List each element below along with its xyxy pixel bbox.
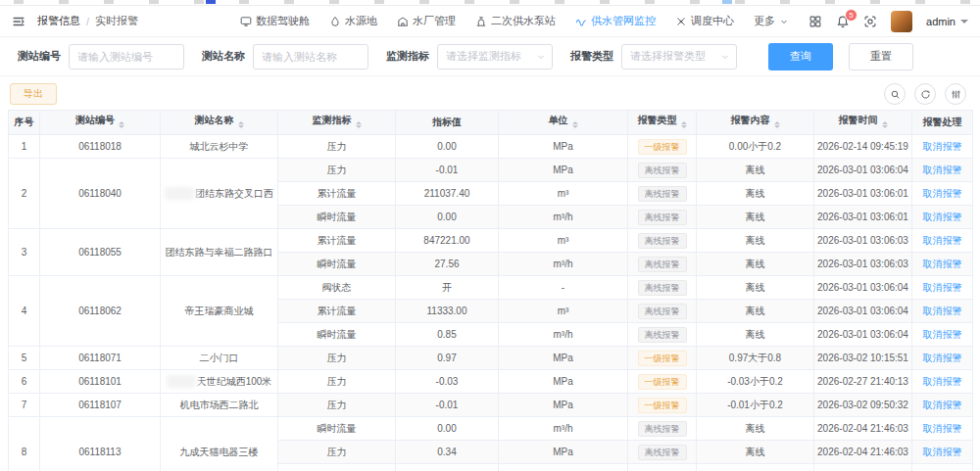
nav-item-water-plant[interactable]: 水厂管理 bbox=[397, 14, 456, 28]
station-name-text: 机电市场西二路北 bbox=[180, 400, 259, 410]
column-header[interactable]: 报警内容 bbox=[697, 111, 814, 135]
column-header-label: 报警类型 bbox=[638, 115, 677, 125]
table-toolbar: 导出 bbox=[10, 83, 970, 105]
sort-asc-caret bbox=[119, 118, 124, 124]
cancel-alarm-link[interactable]: 取消报警 bbox=[923, 212, 962, 222]
sort-carets-icon[interactable] bbox=[681, 118, 687, 131]
dashboard-icon bbox=[240, 16, 252, 27]
export-button[interactable]: 导出 bbox=[10, 83, 57, 105]
user-avatar[interactable] bbox=[891, 11, 912, 32]
cancel-alarm-link[interactable]: 取消报警 bbox=[923, 259, 962, 269]
alarm-content-cell: 离线 bbox=[697, 276, 814, 300]
cancel-alarm-link[interactable]: 取消报警 bbox=[923, 235, 962, 246]
cancel-alarm-link[interactable]: 取消报警 bbox=[923, 282, 962, 293]
nav-item-dispatch-center[interactable]: 调度中心 bbox=[675, 14, 734, 28]
cancel-alarm-link[interactable]: 取消报警 bbox=[923, 447, 962, 457]
cancel-alarm-link[interactable]: 取消报警 bbox=[923, 188, 962, 199]
column-header[interactable]: 报警类型 bbox=[628, 111, 697, 135]
filter-metric: 监测指标 请选择监测指标 bbox=[386, 44, 553, 70]
nav-item-pipe-network-monitor[interactable]: 供水管网监控 bbox=[575, 14, 656, 28]
metric-label: 监测指标 bbox=[386, 49, 429, 64]
browser-bookmarks-strip bbox=[0, 0, 980, 6]
metric-cell: 压力 bbox=[278, 347, 396, 370]
unit-cell: MPa bbox=[499, 347, 628, 370]
column-header[interactable]: 单位 bbox=[499, 111, 628, 135]
alarm-action-cell: 取消报警 bbox=[912, 182, 973, 206]
alarm-time-cell: 2026-03-01 03:06:04 bbox=[814, 300, 912, 323]
alarm-type-cell: 一级报警 bbox=[628, 347, 697, 370]
row-index-cell: 2 bbox=[9, 159, 40, 229]
station-code-input[interactable] bbox=[69, 44, 184, 70]
cancel-alarm-link[interactable]: 取消报警 bbox=[923, 400, 962, 410]
chevron-down-icon bbox=[536, 52, 546, 62]
sidebar-collapse-icon[interactable] bbox=[12, 15, 25, 28]
sort-asc-caret bbox=[681, 118, 687, 124]
alarm-time-cell: 2026-03-02 09:50:32 bbox=[814, 394, 912, 417]
cancel-alarm-link[interactable]: 取消报警 bbox=[923, 423, 962, 434]
cancel-alarm-link[interactable]: 取消报警 bbox=[923, 306, 962, 316]
column-header[interactable]: 测站名称 bbox=[161, 111, 278, 135]
sort-carets-icon[interactable] bbox=[356, 118, 362, 131]
alarm-type-badge: 一级报警 bbox=[638, 139, 687, 155]
cancel-alarm-link[interactable]: 取消报警 bbox=[923, 165, 962, 175]
sort-desc-caret bbox=[774, 125, 780, 131]
column-header[interactable]: 报警时间 bbox=[814, 111, 912, 135]
value-cell: 0.97 bbox=[396, 347, 499, 370]
alarm-type-cell: 离线报警 bbox=[628, 182, 697, 206]
nav-item-label: 更多 bbox=[754, 14, 775, 28]
metric-select[interactable]: 请选择监测指标 bbox=[437, 44, 553, 70]
alarm-content-cell: 离线 bbox=[697, 206, 814, 229]
alarm-content-cell bbox=[697, 464, 814, 471]
column-header[interactable]: 测站编号 bbox=[40, 111, 161, 135]
pump-station-icon bbox=[475, 16, 487, 27]
sort-carets-icon[interactable] bbox=[119, 118, 124, 131]
station-name-input[interactable] bbox=[253, 44, 368, 70]
notifications-bell-icon[interactable]: 5 bbox=[836, 15, 850, 28]
station-name-text: 九成天猫电器三楼 bbox=[180, 447, 259, 457]
alarm-time-cell: 2026-02-14 09:45:19 bbox=[814, 135, 912, 159]
table-column-settings-button[interactable] bbox=[945, 83, 966, 105]
sort-carets-icon[interactable] bbox=[238, 118, 244, 131]
table-tool-icons bbox=[884, 83, 966, 105]
cancel-alarm-link[interactable]: 取消报警 bbox=[923, 353, 962, 363]
alarm-type-cell: 离线报警 bbox=[628, 417, 697, 441]
alarm-type-select[interactable]: 请选择报警类型 bbox=[621, 44, 737, 70]
breadcrumb-item[interactable]: 报警信息 bbox=[37, 14, 80, 28]
nav-item-more[interactable]: 更多 bbox=[754, 14, 789, 28]
value-cell bbox=[396, 464, 499, 471]
apps-grid-icon[interactable] bbox=[808, 15, 822, 28]
search-button[interactable]: 查询 bbox=[768, 43, 833, 71]
cancel-alarm-link[interactable]: 取消报警 bbox=[923, 141, 962, 152]
row-index-cell: 4 bbox=[9, 276, 40, 347]
nav-item-water-source[interactable]: 水源地 bbox=[329, 14, 377, 28]
fullscreen-scan-icon[interactable] bbox=[863, 15, 877, 28]
station-name-cell: 二小门口 bbox=[161, 347, 278, 370]
nav-item-label: 数据驾驶舱 bbox=[256, 14, 310, 28]
alarm-time-cell: 2026-03-01 03:06:04 bbox=[814, 159, 912, 182]
top-menu: 数据驾驶舱 水源地 水厂管理 二次供水泵站 供水管网监控 调度中心 bbox=[240, 14, 789, 28]
nav-item-data-cockpit[interactable]: 数据驾驶舱 bbox=[240, 14, 310, 28]
table-refresh-button[interactable] bbox=[914, 83, 936, 105]
user-menu[interactable]: admin bbox=[926, 16, 968, 27]
nav-item-label: 水源地 bbox=[345, 14, 377, 28]
unit-cell: m³/h bbox=[499, 417, 628, 441]
table-search-button[interactable] bbox=[884, 83, 906, 105]
alarm-action-cell: 取消报警 bbox=[912, 323, 973, 347]
station-name-text: 团结东路与幸福二路路口 bbox=[166, 247, 273, 258]
redaction-blur bbox=[167, 375, 196, 388]
station-code-cell: 06118071 bbox=[40, 347, 161, 370]
alarm-type-cell: 离线报警 bbox=[628, 300, 697, 323]
cancel-alarm-link[interactable]: 取消报警 bbox=[923, 376, 962, 387]
sort-desc-caret bbox=[681, 125, 687, 131]
metric-cell bbox=[278, 464, 396, 471]
sort-carets-icon[interactable] bbox=[882, 118, 888, 131]
station-code-cell: 06118062 bbox=[40, 276, 161, 347]
metric-cell: 阀状态 bbox=[278, 276, 396, 300]
cancel-alarm-link[interactable]: 取消报警 bbox=[923, 329, 962, 340]
column-header[interactable]: 监测指标 bbox=[278, 111, 396, 135]
value-cell: 0.85 bbox=[396, 323, 499, 347]
sort-carets-icon[interactable] bbox=[572, 118, 578, 131]
sort-carets-icon[interactable] bbox=[774, 118, 780, 131]
nav-item-pump-station[interactable]: 二次供水泵站 bbox=[475, 14, 556, 28]
reset-button[interactable]: 重置 bbox=[849, 43, 913, 71]
